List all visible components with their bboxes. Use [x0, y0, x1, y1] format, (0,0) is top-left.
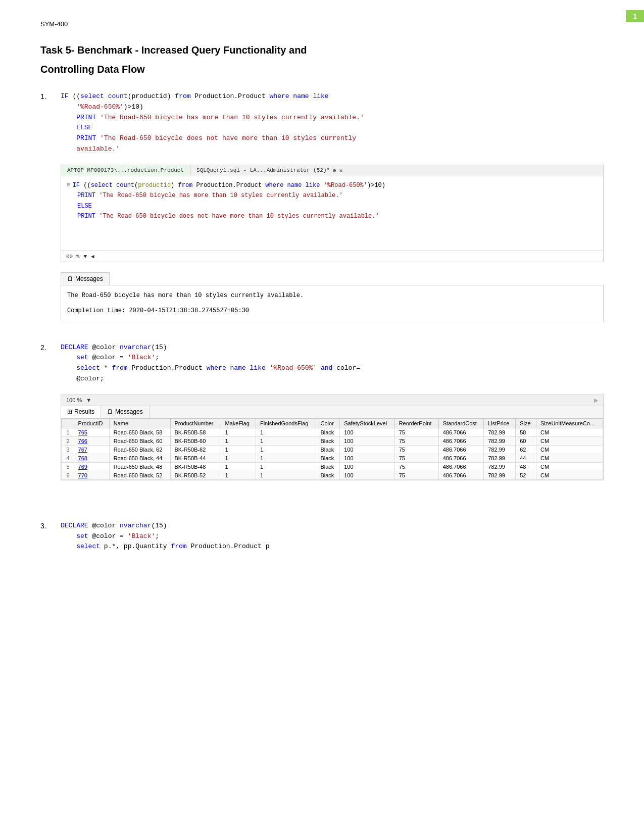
col-rownum — [62, 418, 74, 428]
cell-data: Road-650 Black, 60 — [109, 436, 170, 445]
page-container: 1 SYM-400 Task 5- Benchmark - Increased … — [0, 0, 644, 593]
cell-data: Black — [316, 454, 340, 462]
sql-editor-tabs: APTOP_MP000173\...roduction.Product SQLQ… — [61, 165, 603, 176]
results-container: 100 % ▼ ▶ ⊞ Results 🗒 Messages — [61, 395, 604, 480]
cell-productid: 768 — [74, 454, 109, 462]
col-productnumber: ProductNumber — [170, 418, 221, 428]
table-row: 1765Road-650 Black, 58BK-R50B-5811Black1… — [62, 428, 603, 436]
messages-tab[interactable]: 🗒 Messages — [61, 272, 110, 285]
cell-data: 52 — [516, 471, 536, 479]
cell-productid: 770 — [74, 471, 109, 479]
cell-data: 75 — [394, 428, 438, 436]
cell-data: 1 — [256, 454, 316, 462]
row-num: 3 — [62, 445, 74, 454]
row-num: 6 — [62, 471, 74, 479]
cell-data: 1 — [256, 445, 316, 454]
results-zoom-dropdown[interactable]: ▼ — [86, 397, 91, 403]
cell-productid: 767 — [74, 445, 109, 454]
sql-editor-content: ⊟ IF ((select count(productid) from Prod… — [61, 176, 603, 251]
messages-content: The Road-650 bicycle has more than 10 st… — [61, 285, 604, 322]
messages-tab-icon: 🗒 — [67, 275, 73, 282]
messages-line2: Completion time: 2020-04-15T21:38:38.274… — [67, 306, 597, 317]
cell-data: Black — [316, 462, 340, 471]
cell-data: 75 — [394, 436, 438, 445]
item-2-num: 2. — [40, 342, 61, 384]
cell-data: Black — [316, 471, 340, 479]
cell-data: 782.99 — [484, 454, 516, 462]
col-productid: ProductID — [74, 418, 109, 428]
cell-productid: 769 — [74, 462, 109, 471]
cell-data: CM — [536, 471, 603, 479]
cell-data: 486.7066 — [438, 454, 484, 462]
cell-data: 486.7066 — [438, 471, 484, 479]
cell-data: 486.7066 — [438, 436, 484, 445]
cell-productid: 765 — [74, 428, 109, 436]
sql-tab-left[interactable]: APTOP_MP000173\...roduction.Product — [61, 165, 190, 175]
cell-data: BK-R50B-62 — [170, 445, 221, 454]
messages-tab-bar: 🗒 Messages — [61, 272, 604, 285]
cell-data: 1 — [256, 428, 316, 436]
row-num: 5 — [62, 462, 74, 471]
cell-data: BK-R50B-52 — [170, 471, 221, 479]
cell-data: 1 — [221, 471, 256, 479]
sub-title: Controlling Data Flow — [40, 62, 604, 76]
cell-data: CM — [536, 462, 603, 471]
cell-data: 782.99 — [484, 471, 516, 479]
cell-data: 100 — [340, 445, 394, 454]
col-finishedgoodsflag: FinishedGoodsFlag — [256, 418, 316, 428]
results-tabs: ⊞ Results 🗒 Messages — [61, 406, 603, 418]
messages-icon: 🗒 — [107, 408, 113, 415]
tab-messages[interactable]: 🗒 Messages — [101, 406, 150, 418]
col-safetystocklevel: SafetyStockLevel — [340, 418, 394, 428]
cell-data: Road-650 Black, 58 — [109, 428, 170, 436]
close-icon[interactable]: ✕ — [339, 167, 343, 174]
cell-data: Road-650 Black, 48 — [109, 462, 170, 471]
sql-zoom-bar: 00 % ▼ ◀ — [61, 251, 603, 262]
cell-data: 1 — [221, 445, 256, 454]
cell-data: 100 — [340, 436, 394, 445]
cell-data: 44 — [516, 454, 536, 462]
scroll-right-icon[interactable]: ▶ — [594, 397, 598, 404]
table-row: 4768Road-650 Black, 44BK-R50B-4411Black1… — [62, 454, 603, 462]
row-num: 2 — [62, 436, 74, 445]
cell-data: 782.99 — [484, 428, 516, 436]
zoom-arrow[interactable]: ◀ — [91, 253, 94, 260]
cell-data: 486.7066 — [438, 462, 484, 471]
zoom-dropdown[interactable]: ▼ — [83, 254, 87, 260]
sql-tab-right[interactable]: SQLQuery1.sql - LA...Administrator (52)*… — [190, 165, 349, 176]
cell-data: 48 — [516, 462, 536, 471]
code-section: 1. IF ((select count(productid) from Pro… — [40, 91, 604, 552]
cell-data: CM — [536, 445, 603, 454]
cell-data: 1 — [256, 436, 316, 445]
cell-data: 75 — [394, 471, 438, 479]
messages-line1: The Road-650 bicycle has more than 10 st… — [67, 290, 597, 302]
cell-data: 1 — [221, 436, 256, 445]
col-name: Name — [109, 418, 170, 428]
col-sizeunitmeasure: SizeUnitMeasureCo... — [536, 418, 603, 428]
table-row: 6770Road-650 Black, 52BK-R50B-5211Black1… — [62, 471, 603, 479]
doc-id: SYM-400 — [40, 20, 604, 28]
expand-icon: ⊟ — [67, 180, 71, 190]
cell-data: 486.7066 — [438, 428, 484, 436]
item-2: 2. DECLARE @color nvarchar(15) set @colo… — [40, 342, 604, 384]
item-3-code: DECLARE @color nvarchar(15) set @color =… — [61, 521, 270, 552]
cell-data: 62 — [516, 445, 536, 454]
item-1-num: 1. — [40, 91, 61, 155]
col-standardcost: StandardCost — [438, 418, 484, 428]
cell-data: 1 — [256, 462, 316, 471]
cell-data: 1 — [221, 454, 256, 462]
cell-data: BK-R50B-48 — [170, 462, 221, 471]
tab-results[interactable]: ⊞ Results — [61, 406, 101, 418]
cell-data: 100 — [340, 454, 394, 462]
cell-data: 60 — [516, 436, 536, 445]
sql-editor-box: APTOP_MP000173\...roduction.Product SQLQ… — [61, 165, 604, 263]
cell-data: 75 — [394, 445, 438, 454]
cell-data: BK-R50B-60 — [170, 436, 221, 445]
cell-data: Road-650 Black, 44 — [109, 454, 170, 462]
cell-data: 782.99 — [484, 462, 516, 471]
cell-data: Black — [316, 436, 340, 445]
col-reorderpoint: ReorderPoint — [394, 418, 438, 428]
cell-data: 782.99 — [484, 436, 516, 445]
item-1-code: IF ((select count(productid) from Produc… — [61, 91, 364, 155]
page-number: 1 — [626, 10, 644, 22]
